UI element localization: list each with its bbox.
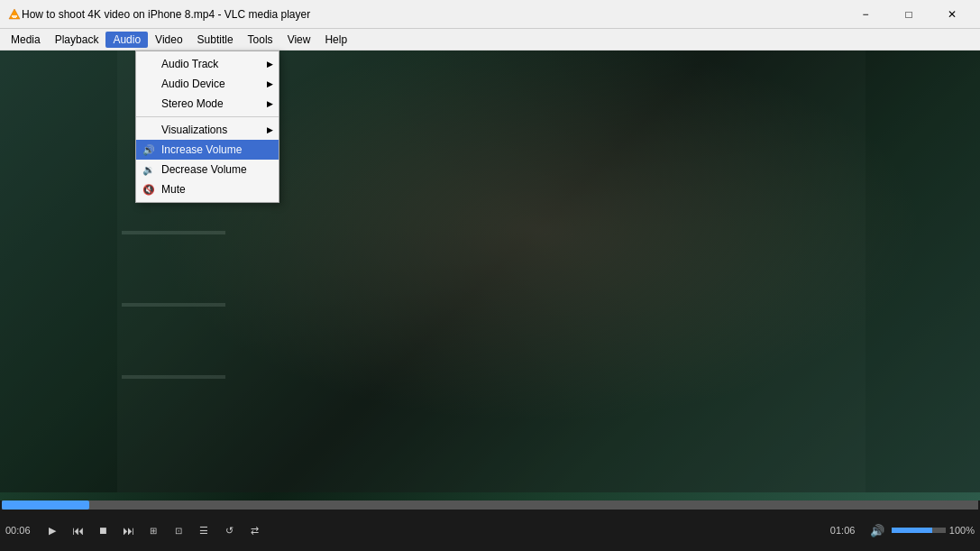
time-current: 00:06 — [5, 525, 38, 536]
audio-device-item[interactable]: Audio Device — [136, 74, 279, 94]
time-total: 01:06 — [830, 525, 863, 536]
progress-bar[interactable] — [2, 500, 978, 510]
window-title: How to shoot 4K video on iPhone 8.mp4 - … — [22, 8, 845, 21]
bottom-bar: 00:06 ▶ ⏮ ⏹ ⏭ ⊞ ⊡ ☰ ↺ ⇄ 01:06 🔊 100% — [0, 500, 980, 551]
increase-volume-icon: 🔊 — [142, 144, 156, 156]
menu-playback[interactable]: Playback — [48, 32, 106, 48]
progress-fill — [2, 500, 89, 510]
svg-rect-2 — [13, 17, 16, 18]
window-controls: − □ ✕ — [845, 0, 973, 29]
prev-chapter-button[interactable]: ⏮ — [67, 519, 88, 541]
menu-video[interactable]: Video — [148, 32, 189, 48]
decrease-volume-icon: 🔉 — [142, 164, 156, 176]
decrease-volume-item[interactable]: 🔉 Decrease Volume — [136, 160, 279, 179]
volume-bar[interactable] — [892, 528, 946, 533]
loop-button[interactable]: ↺ — [218, 519, 240, 541]
controls-row: 00:06 ▶ ⏮ ⏹ ⏭ ⊞ ⊡ ☰ ↺ ⇄ 01:06 🔊 100% — [0, 510, 980, 551]
stereo-mode-item[interactable]: Stereo Mode — [136, 94, 279, 114]
visualizations-item[interactable]: Visualizations — [136, 120, 279, 140]
volume-icon-button[interactable]: 🔊 — [866, 519, 888, 541]
mute-icon: 🔇 — [142, 184, 156, 196]
stop-button[interactable]: ⏹ — [92, 519, 114, 541]
playlist-button[interactable]: ☰ — [193, 519, 215, 541]
play-button[interactable]: ▶ — [41, 519, 63, 541]
menu-bar: Media Playback Audio Video Subtitle Tool… — [0, 29, 980, 51]
minimize-button[interactable]: − — [845, 0, 886, 29]
title-bar: How to shoot 4K video on iPhone 8.mp4 - … — [0, 0, 980, 29]
menu-media[interactable]: Media — [4, 32, 48, 48]
svg-rect-3 — [0, 51, 117, 492]
menu-audio[interactable]: Audio — [105, 32, 148, 48]
toggle-video-button[interactable]: ⊞ — [142, 519, 164, 541]
svg-rect-7 — [122, 303, 225, 307]
audio-menu: Audio Track Audio Device Stereo Mode Vis… — [135, 51, 279, 203]
menu-tools[interactable]: Tools — [241, 32, 280, 48]
vlc-icon — [7, 7, 22, 22]
svg-rect-1 — [12, 15, 17, 17]
random-button[interactable]: ⇄ — [243, 519, 265, 541]
extended-settings-button[interactable]: ⊡ — [168, 519, 189, 541]
menu-separator-1 — [136, 116, 279, 117]
menu-subtitle[interactable]: Subtitle — [190, 32, 241, 48]
volume-container: 🔊 100% — [866, 519, 975, 541]
volume-percentage: 100% — [949, 525, 975, 536]
menu-help[interactable]: Help — [317, 32, 354, 48]
maximize-button[interactable]: □ — [888, 0, 930, 29]
svg-rect-6 — [122, 231, 225, 234]
audio-track-item[interactable]: Audio Track — [136, 54, 279, 74]
volume-fill — [892, 528, 932, 533]
mute-item[interactable]: 🔇 Mute — [136, 179, 279, 199]
increase-volume-item[interactable]: 🔊 Increase Volume — [136, 140, 279, 160]
svg-rect-5 — [866, 51, 980, 492]
close-button[interactable]: ✕ — [931, 0, 973, 29]
menu-view[interactable]: View — [280, 32, 318, 48]
svg-rect-8 — [122, 375, 225, 379]
next-chapter-button[interactable]: ⏭ — [117, 519, 139, 541]
audio-dropdown: Audio Track Audio Device Stereo Mode Vis… — [135, 51, 279, 203]
